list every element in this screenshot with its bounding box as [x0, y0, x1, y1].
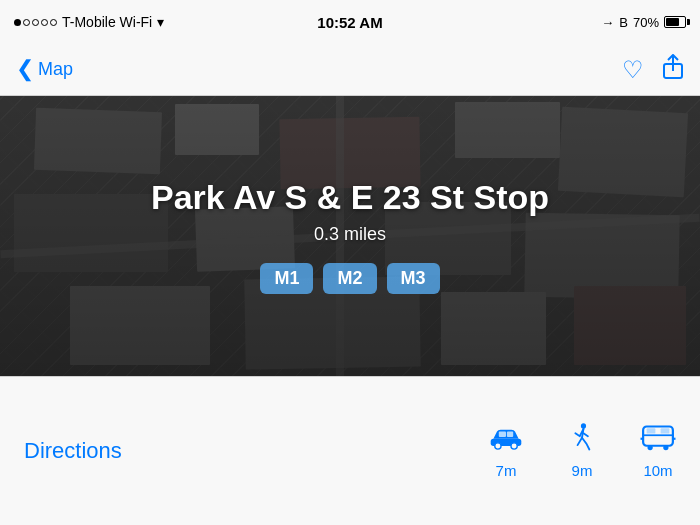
share-button[interactable]	[662, 54, 684, 86]
bottom-bar: Directions 7m	[0, 376, 700, 525]
transport-walk[interactable]: 9m	[564, 423, 600, 479]
svg-rect-6	[507, 432, 513, 437]
car-icon	[488, 423, 524, 456]
route-badge-m3: M3	[387, 263, 440, 294]
bluetooth-icon: B	[619, 15, 628, 30]
nav-right-icons: ♡	[622, 54, 684, 86]
svg-rect-10	[647, 428, 656, 433]
distance-label: 0.3 miles	[314, 224, 386, 245]
bus-icon	[640, 423, 676, 456]
signal-dot-2	[23, 19, 30, 26]
walk-icon	[564, 423, 600, 456]
back-chevron-icon: ❮	[16, 58, 34, 80]
signal-strength	[14, 19, 57, 26]
route-badges: M1 M2 M3	[260, 263, 439, 294]
back-button[interactable]: ❮ Map	[16, 59, 73, 80]
car-time: 7m	[496, 462, 517, 479]
walk-time: 9m	[572, 462, 593, 479]
battery-icon	[664, 16, 686, 28]
signal-dot-3	[32, 19, 39, 26]
signal-dot-1	[14, 19, 21, 26]
carrier-label: T-Mobile Wi-Fi	[62, 14, 152, 30]
svg-point-7	[581, 423, 586, 428]
nav-bar: ❮ Map ♡	[0, 44, 700, 96]
wifi-icon: ▾	[157, 14, 164, 30]
place-name: Park Av S & E 23 St Stop	[151, 178, 549, 217]
svg-point-3	[495, 443, 501, 449]
svg-rect-11	[661, 428, 670, 433]
map-content: Park Av S & E 23 St Stop 0.3 miles M1 M2…	[0, 96, 700, 376]
status-left: T-Mobile Wi-Fi ▾	[14, 14, 164, 30]
transport-bus[interactable]: 10m	[640, 423, 676, 479]
battery-fill	[666, 18, 679, 26]
map-hero: Park Av S & E 23 St Stop 0.3 miles M1 M2…	[0, 96, 700, 376]
status-right: → B 70%	[601, 15, 686, 30]
back-label: Map	[38, 59, 73, 80]
transport-car[interactable]: 7m	[488, 423, 524, 479]
transport-options: 7m 9m	[488, 423, 676, 479]
bus-time: 10m	[643, 462, 672, 479]
route-badge-m2: M2	[323, 263, 376, 294]
status-time: 10:52 AM	[317, 14, 382, 31]
favorite-button[interactable]: ♡	[622, 56, 644, 84]
svg-point-4	[511, 443, 517, 449]
location-icon: →	[601, 15, 614, 30]
status-bar: T-Mobile Wi-Fi ▾ 10:52 AM → B 70%	[0, 0, 700, 44]
svg-rect-5	[499, 432, 506, 437]
directions-label: Directions	[24, 438, 488, 464]
battery-percent: 70%	[633, 15, 659, 30]
signal-dot-4	[41, 19, 48, 26]
route-badge-m1: M1	[260, 263, 313, 294]
signal-dot-5	[50, 19, 57, 26]
